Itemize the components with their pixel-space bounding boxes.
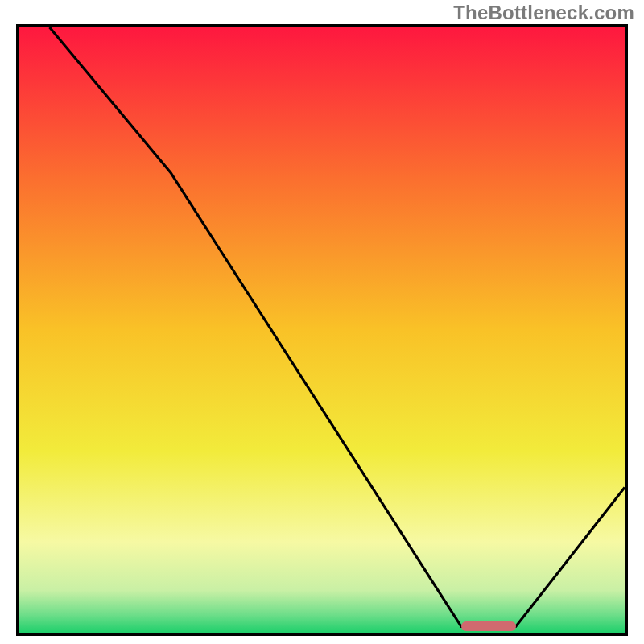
attribution-text: TheBottleneck.com — [453, 2, 634, 24]
chart-container: TheBottleneck.com — [0, 0, 644, 644]
curve-svg — [19, 27, 625, 633]
plot-area — [16, 24, 628, 636]
bottleneck-curve — [50, 27, 625, 627]
optimum-marker — [461, 621, 516, 631]
